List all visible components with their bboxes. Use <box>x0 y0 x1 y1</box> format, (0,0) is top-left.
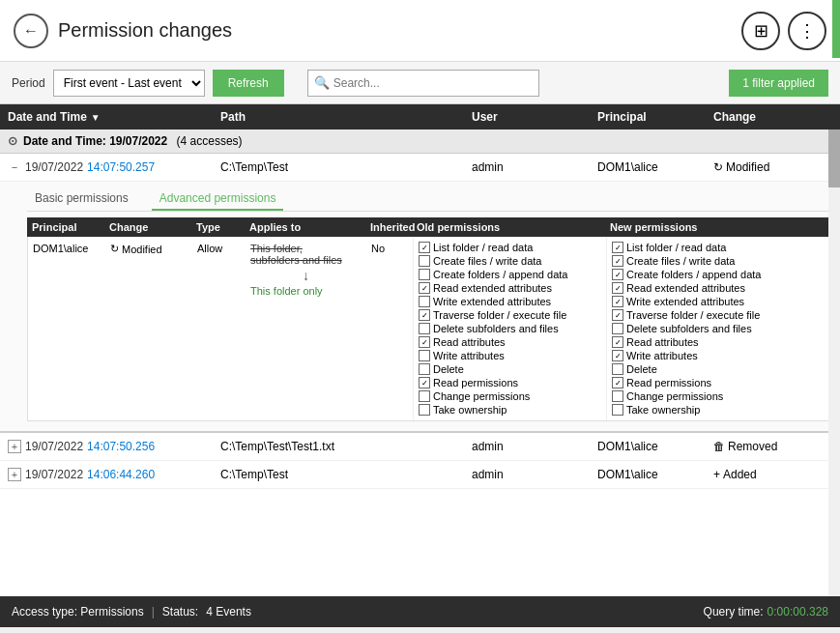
perm-item: ✓ Read permissions <box>612 376 795 389</box>
perm-th-applies: Applies to <box>245 217 365 237</box>
table-row: + 19/07/2022 14:07:50.256 C:\Temp\Test\T… <box>0 433 840 461</box>
table-row: − 19/07/2022 14:07:50.257 C:\Temp\Test a… <box>0 154 840 433</box>
perm-data-row: DOM1\alice ↻ Modified Allow This folder,… <box>27 237 832 421</box>
perm-change: ↻ Modified <box>105 237 192 261</box>
query-time-label: Query time: <box>704 605 764 619</box>
perm-inherited: No <box>366 237 413 260</box>
group-title: Date and Time: 19/07/2022 (4 accesses) <box>23 134 243 148</box>
perm-th-type: Type <box>191 217 245 237</box>
perm-principal: DOM1\alice <box>28 237 105 260</box>
perm-th-principal: Principal <box>27 217 104 237</box>
checkbox-icon: ✓ <box>612 377 623 388</box>
back-button[interactable]: ← <box>14 14 48 48</box>
th-user[interactable]: User <box>464 104 590 129</box>
cell-path: C:\Temp\Test <box>213 465 464 484</box>
perm-item: Change permissions <box>419 389 601 403</box>
perm-item: ✓ Read extended attributes <box>612 281 795 295</box>
cell-datetime: + 19/07/2022 14:06:44.260 <box>0 465 213 484</box>
tab-basic[interactable]: Basic permissions <box>27 187 136 211</box>
checkbox-icon <box>419 269 430 280</box>
perm-change-label: Modified <box>122 244 162 255</box>
th-principal[interactable]: Principal <box>590 104 706 129</box>
cell-path: C:\Temp\Test\Test1.txt <box>213 437 464 456</box>
status-label: Status: <box>162 605 198 619</box>
cell-path: C:\Temp\Test <box>213 158 464 177</box>
new-permissions: ✓ List folder / read data ✓ Create files… <box>606 237 799 420</box>
perm-item: Delete <box>419 362 601 376</box>
perm-applies: This folder,subfolders and files ↓ This … <box>246 237 366 302</box>
cell-principal: DOM1\alice <box>590 437 706 456</box>
th-change[interactable]: Change <box>706 104 822 129</box>
perm-item: Take ownership <box>612 403 795 417</box>
cell-change: 🗑 Removed <box>706 437 822 456</box>
checkbox-icon <box>419 350 430 361</box>
cell-principal: DOM1\alice <box>590 158 706 177</box>
search-input[interactable] <box>333 76 533 90</box>
th-path[interactable]: Path <box>213 104 464 129</box>
checkbox-icon: ✓ <box>612 269 623 280</box>
more-options-button[interactable]: ⋮ <box>788 12 826 50</box>
perm-item: Delete subfolders and files <box>612 322 795 335</box>
change-label: Added <box>723 468 757 481</box>
perm-item: ✓ List folder / read data <box>419 241 601 254</box>
cell-user: admin <box>464 158 590 177</box>
th-datetime[interactable]: Date and Time ▼ <box>0 104 213 129</box>
row-time[interactable]: 14:06:44.260 <box>87 468 155 481</box>
checkbox-icon: ✓ <box>419 377 430 388</box>
back-icon: ← <box>23 22 39 40</box>
perm-item: Delete subfolders and files <box>419 322 601 335</box>
refresh-button[interactable]: Refresh <box>213 70 284 97</box>
change-icon: 🗑 <box>713 440 725 453</box>
perm-th-change: Change <box>104 217 191 237</box>
row-expand-icon[interactable]: + <box>8 468 21 481</box>
more-icon: ⋮ <box>798 20 816 42</box>
checkbox-icon <box>612 390 623 402</box>
filter-button[interactable]: 1 filter applied <box>729 70 828 97</box>
tabs-row: Basic permissions Advanced permissions <box>27 187 832 212</box>
checkbox-icon: ✓ <box>612 336 623 348</box>
group-expand-icon[interactable]: ⊙ <box>8 134 17 148</box>
perm-item: ✓ Create files / write data <box>612 254 795 268</box>
checkbox-icon <box>612 404 623 416</box>
perm-item: Write attributes <box>419 349 601 362</box>
tab-advanced[interactable]: Advanced permissions <box>152 187 284 211</box>
status-bar: Access type: Permissions | Status: 4 Eve… <box>0 596 840 627</box>
cell-user: admin <box>464 437 590 456</box>
perm-type: Allow <box>192 237 246 260</box>
checkbox-icon <box>419 323 430 334</box>
cell-change: + Added <box>706 465 822 484</box>
status-left: Access type: Permissions | Status: 4 Eve… <box>12 605 251 619</box>
event-count: 4 Events <box>206 605 251 619</box>
row-time[interactable]: 14:07:50.256 <box>87 440 155 453</box>
perm-item: ✓ Write attributes <box>612 349 795 362</box>
perm-item: ✓ Read attributes <box>612 335 795 349</box>
grid-icon-button[interactable]: ⊞ <box>741 12 780 50</box>
old-permissions: ✓ List folder / read data Create files /… <box>413 237 606 420</box>
perm-item: Create folders / append data <box>419 268 601 281</box>
perm-item: ✓ Traverse folder / execute file <box>419 308 601 322</box>
main-content: ⊙ Date and Time: 19/07/2022 (4 accesses)… <box>0 129 840 596</box>
change-label: Removed <box>728 440 777 453</box>
perm-item: Take ownership <box>419 403 601 417</box>
period-select[interactable]: First event - Last event <box>53 70 205 97</box>
query-time-value[interactable]: 0:00:00.328 <box>768 605 828 619</box>
applies-new: This folder only <box>250 285 362 297</box>
row-time[interactable]: 14:07:50.257 <box>87 160 155 174</box>
perm-sub-header: Principal Change Type Applies to Inherit… <box>27 217 832 237</box>
row-date: 19/07/2022 <box>25 468 83 481</box>
table-row: + 19/07/2022 14:06:44.260 C:\Temp\Test a… <box>0 461 840 489</box>
row-date: 19/07/2022 <box>25 160 83 174</box>
group-header: ⊙ Date and Time: 19/07/2022 (4 accesses) <box>0 129 840 154</box>
detail-area: Basic permissions Advanced permissions P… <box>0 182 840 433</box>
checkbox-icon <box>612 323 623 334</box>
status-separator: | <box>152 605 155 619</box>
perm-item: Change permissions <box>612 389 795 403</box>
header: ← Permission changes ⊞ ⋮ <box>0 0 840 62</box>
cell-principal: DOM1\alice <box>590 465 706 484</box>
access-type-label: Access type: Permissions <box>12 605 144 619</box>
perm-th-new: New permissions <box>605 217 798 237</box>
row-expand-icon[interactable]: + <box>8 440 21 453</box>
checkbox-icon: ✓ <box>419 242 430 253</box>
perm-item: Write extended attributes <box>419 295 601 308</box>
row-expand-icon[interactable]: − <box>8 161 21 173</box>
